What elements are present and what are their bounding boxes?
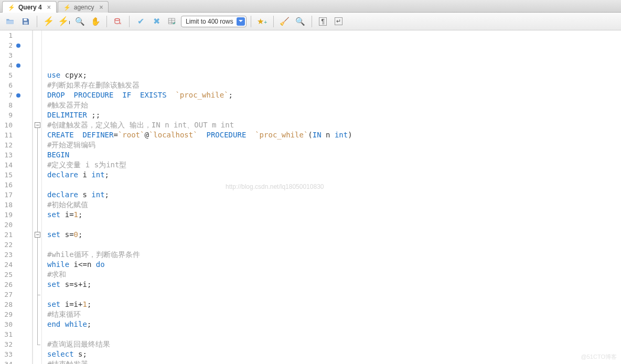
code-area[interactable]: http://blog.csdn.net/lq18050010830 use c… [42,30,621,364]
close-icon[interactable]: × [47,4,51,11]
code-line[interactable]: #触发器开始 [47,100,621,110]
code-line[interactable] [47,290,621,299]
fold-toggle[interactable]: − [35,232,40,238]
code-line[interactable]: declare s int; [47,190,621,200]
sql-editor[interactable]: 1234567891011121314151617181920212223242… [0,30,621,364]
execute-button[interactable]: ⚡ [41,15,55,28]
gutter-row[interactable]: 10 [0,120,32,130]
code-line[interactable]: #查询返回最终结果 [47,339,621,349]
gutter-row[interactable]: 30 [0,319,32,329]
toggle-wrap-button[interactable]: ↵ [332,15,346,28]
find-button[interactable]: 🔍 [294,15,307,28]
tab-agency[interactable]: ⚡ agency × [58,1,109,13]
gutter-row[interactable]: 17 [0,190,32,200]
explain-button[interactable]: 🔍 [73,15,87,28]
code-line[interactable]: #判断如果存在删除该触发器 [47,80,621,90]
execute-current-button[interactable]: ⚡I [57,15,71,28]
gutter-row[interactable]: 28 [0,299,32,309]
gutter-row[interactable]: 2 [0,40,32,50]
fold-toggle[interactable]: − [35,122,40,128]
gutter-row[interactable]: 13 [0,150,32,160]
open-file-button[interactable] [3,15,17,28]
token-kw: declare [47,190,82,199]
code-line[interactable] [47,60,621,70]
gutter-row[interactable]: 5 [0,70,32,80]
gutter-row[interactable]: 19 [0,210,32,220]
code-line[interactable]: #结束循环 [47,309,621,319]
code-line[interactable]: #定义变量 i s为int型 [47,160,621,170]
code-line[interactable]: end while; [47,319,621,329]
limit-rows-select[interactable]: Limit to 400 rows [181,16,247,27]
gutter-row[interactable]: 22 [0,240,32,250]
code-line[interactable] [47,240,621,250]
gutter-row[interactable]: 24 [0,260,32,270]
gutter-row[interactable]: 11 [0,130,32,140]
code-line[interactable]: set s=0; [47,230,621,240]
gutter-row[interactable]: 4 [0,60,32,70]
close-icon[interactable]: × [99,4,103,11]
code-line[interactable]: set i=i+1; [47,299,621,309]
gutter-row[interactable]: 15 [0,170,32,180]
bolt-cursor-icon: ⚡I [58,16,70,27]
code-line[interactable]: while i<=n do [47,260,621,270]
gutter-row[interactable]: 3 [0,50,32,60]
gutter-row[interactable]: 14 [0,160,32,170]
gutter-row[interactable]: 20 [0,220,32,230]
code-line[interactable]: #求和 [47,270,621,280]
code-line[interactable] [47,220,621,230]
gutter-row[interactable]: 27 [0,290,32,299]
gutter-row[interactable]: 1 [0,30,32,40]
tab-query-4[interactable]: ⚡ Query 4 × [2,1,57,13]
code-line[interactable]: #初始化赋值 [47,200,621,210]
rollback-button[interactable]: ✖ [149,15,163,28]
tab-label: Query 4 [18,4,42,11]
gutter-row[interactable]: 32 [0,339,32,349]
toggle-autocommit-button[interactable]: × [111,15,125,28]
gutter-row[interactable]: 6 [0,80,32,90]
code-line[interactable]: set i=1; [47,210,621,220]
code-line[interactable]: #开始逻辑编码 [47,140,621,150]
stop-button[interactable]: ✋ [89,15,102,28]
toggle-invisible-button[interactable]: ¶ [316,15,330,28]
code-line[interactable]: #结束触发器 [47,359,621,364]
gutter-row[interactable]: 21 [0,230,32,240]
gutter-row[interactable]: 34 [0,359,32,364]
code-line[interactable]: select s; [47,349,621,359]
code-line[interactable]: #while循环，判断临界条件 [47,250,621,260]
line-number: 24 [0,260,15,270]
gutter-row[interactable]: 16 [0,180,32,190]
beautify-button[interactable]: 🧹 [278,15,292,28]
commit-button[interactable]: ✔ [134,15,147,28]
save-file-button[interactable] [19,15,33,28]
breakpoint-slot[interactable] [15,44,22,48]
token-pu: s [82,190,91,199]
gutter-row[interactable]: 25 [0,270,32,280]
code-line[interactable]: set s=s+i; [47,280,621,290]
code-line[interactable]: declare i int; [47,170,621,180]
code-line[interactable]: DROP PROCEDURE IF EXISTS `proc_while`; [47,90,621,100]
gutter-row[interactable]: 9 [0,110,32,120]
gutter-row[interactable]: 23 [0,250,32,260]
gutter-row[interactable]: 26 [0,280,32,290]
breakpoint-slot[interactable] [15,63,22,68]
code-line[interactable] [47,329,621,339]
code-line[interactable]: CREATE DEFINER=`root`@`localhost` PROCED… [47,130,621,140]
gutter-row[interactable]: 29 [0,309,32,319]
save-icon [21,17,30,26]
gutter-row[interactable]: 7 [0,90,32,100]
separator [129,16,130,27]
code-line[interactable]: #创建触发器，定义输入 输出，IN n int、OUT m int [47,120,621,130]
code-line[interactable]: BEGIN [47,150,621,160]
gutter-row[interactable]: 12 [0,140,32,150]
toggle-limit-button[interactable] [165,15,179,28]
gutter-row[interactable]: 18 [0,200,32,210]
code-line[interactable] [47,180,621,190]
gutter-row[interactable]: 33 [0,349,32,359]
add-snippet-button[interactable]: ★+ [255,15,269,28]
gutter-row[interactable]: 8 [0,100,32,110]
gutter-row[interactable]: 31 [0,329,32,339]
breakpoint-slot[interactable] [15,93,22,98]
code-line[interactable]: DELIMITER ;; [47,110,621,120]
code-line[interactable]: use cpyx; [47,70,621,80]
token-pu: ; [78,230,82,239]
